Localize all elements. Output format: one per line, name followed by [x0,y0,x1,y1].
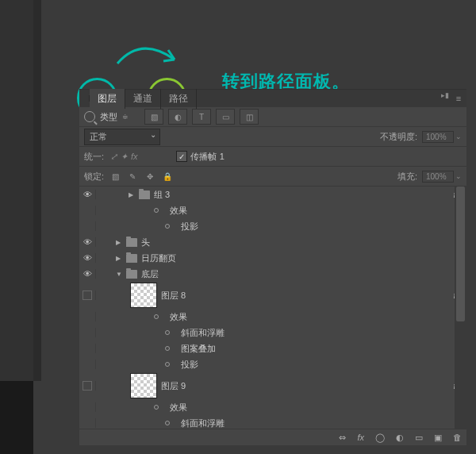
visibility-icon[interactable]: 👁 [79,221,96,231]
annotation-arrow [109,32,189,79]
eye-dot-icon[interactable] [165,362,170,367]
layer-row[interactable]: .斜面和浮雕 [79,415,466,429]
filter-shape-icon[interactable]: ▭ [216,109,235,125]
unify-row: 统一: ⤢ ✦ fx ✓ 传播帧 1 [79,147,466,167]
effect-name: 斜面和浮雕 [181,417,225,429]
blend-options: 正常 不透明度: 100%⌄ [79,127,466,147]
dropdown-icon[interactable]: ≑ [122,113,129,121]
chevron-icon[interactable]: ⌄ [455,133,462,140]
unify-label: 统一: [84,151,104,163]
canvas-edge [33,0,41,381]
delete-icon[interactable]: 🗑 [453,433,462,442]
visibility-icon[interactable] [79,290,96,300]
layer-name: 底层 [141,268,159,280]
effects-label: 效果 [170,402,187,414]
lock-position-icon[interactable]: ✥ [144,171,156,182]
layers-panel: 图层 通道 路径 ▸▮ ≡ 类型 ≑ ▧ ◐ T ▭ ◫ 正常 不透明度: 10… [79,89,466,445]
blend-mode-select[interactable]: 正常 [84,129,160,145]
fill-label: 填充: [397,171,417,183]
layer-row[interactable]: .投影 [79,356,466,372]
collapse-icon[interactable]: ▶ [116,239,122,246]
layer-name: 头 [141,237,150,248]
tab-dropdown-icon[interactable]: ▸▮ [441,91,449,99]
filter-type-label[interactable]: 类型 [100,111,117,123]
layer-row[interactable]: 👁 ▼底层 [79,266,466,282]
scrollbar[interactable] [455,187,466,429]
visibility-icon[interactable]: 👁 [79,269,96,279]
unify-position-icon[interactable]: ⤢ [110,152,117,162]
visibility-icon[interactable] [79,381,96,391]
layer-row[interactable]: 👁 ▶日历翻页 [79,250,466,266]
filter-type-icon[interactable]: T [192,109,211,125]
effect-name: 图案叠加 [181,343,216,355]
fx-icon[interactable]: fx [357,433,364,442]
eye-dot-icon[interactable] [165,346,170,351]
layer-row[interactable]: .效果 [79,399,466,415]
expand-icon[interactable]: ▼ [116,271,122,278]
visibility-icon[interactable]: 👁 [79,190,96,199]
propagate-label: 传播帧 [190,151,217,163]
layer-row[interactable]: .效果 [79,309,466,325]
unify-style-icon[interactable]: fx [131,152,138,162]
layer-name: 组 3 [154,189,170,201]
lock-all-icon[interactable]: 🔒 [161,171,174,182]
layer-thumbnail[interactable] [130,283,157,308]
group-icon[interactable]: ▭ [415,433,423,443]
effect-name: 投影 [181,221,198,233]
lock-pixels-icon[interactable]: ✎ [126,171,139,182]
effect-name: 投影 [181,359,198,371]
eye-dot-icon[interactable] [154,314,159,319]
visibility-icon[interactable]: 👁 [79,253,96,263]
propagate-num: 1 [220,152,225,161]
effects-label: 效果 [170,311,187,323]
tab-paths[interactable]: 路径 [161,89,197,109]
tab-channels[interactable]: 通道 [125,89,161,109]
propagate-checkbox[interactable]: ✓ [176,151,187,162]
layer-row[interactable]: 👁 ▶头 [79,234,466,250]
folder-icon [126,270,137,279]
visibility-icon[interactable]: 👁 [79,237,96,247]
filter-pixel-icon[interactable]: ▧ [144,109,163,125]
scrollbar-thumb[interactable] [456,187,465,321]
tab-blank[interactable] [79,95,90,102]
opacity-label: 不透明度: [380,131,417,143]
new-layer-icon[interactable]: ▣ [434,433,442,443]
layer-thumbnail[interactable] [130,373,157,398]
opacity-value[interactable]: 100% [422,131,454,143]
mask-icon[interactable]: ◯ [375,433,385,443]
layer-row[interactable]: .斜面和浮雕 [79,325,466,340]
filter-adjust-icon[interactable]: ◐ [168,109,187,125]
layer-row[interactable]: 👁 ▶组 3fx▴ [79,187,466,202]
lock-row: 锁定: ▧ ✎ ✥ 🔒 填充: 100%⌄ [79,167,466,187]
filter-smart-icon[interactable]: ◫ [240,109,259,125]
lock-transparent-icon[interactable]: ▧ [109,171,121,182]
layer-row[interactable]: 图层 8fx▴ [79,282,466,309]
eye-dot-icon[interactable] [154,208,159,213]
layers-list: 👁 ▶组 3fx▴ 👁 效果 👁 投影 👁 ▶头 👁 ▶日历翻页 👁 ▼底层 图… [79,187,466,429]
link-icon[interactable]: ⇔ [339,433,346,443]
visibility-icon[interactable]: 👁 [79,206,96,215]
collapse-icon[interactable]: ▶ [129,191,135,198]
panel-footer: ⇔ fx ◯ ◐ ▭ ▣ 🗑 [79,429,466,445]
eye-dot-icon[interactable] [154,405,159,410]
chevron-icon[interactable]: ⌄ [455,172,462,180]
effects-label: 效果 [170,205,187,217]
adjustment-icon[interactable]: ◐ [396,433,404,443]
eye-dot-icon[interactable] [165,330,170,335]
lock-label: 锁定: [84,171,104,183]
layer-row[interactable]: 图层 9fx▴ [79,372,466,399]
eye-dot-icon[interactable] [165,421,170,425]
layer-row[interactable]: .图案叠加 [79,340,466,356]
layer-row[interactable]: 👁 投影 [79,218,466,234]
tab-layers[interactable]: 图层 [90,89,125,109]
folder-icon [126,254,137,263]
eye-dot-icon[interactable] [165,224,170,229]
unify-visibility-icon[interactable]: ✦ [121,152,128,162]
effect-name: 斜面和浮雕 [181,327,225,339]
layer-row[interactable]: 👁 效果 [79,202,466,218]
folder-icon [139,190,150,199]
fill-value[interactable]: 100% [422,171,454,183]
panel-menu-icon[interactable]: ≡ [451,90,466,106]
panel-tabs: 图层 通道 路径 ▸▮ ≡ [79,90,466,107]
collapse-icon[interactable]: ▶ [116,255,122,262]
